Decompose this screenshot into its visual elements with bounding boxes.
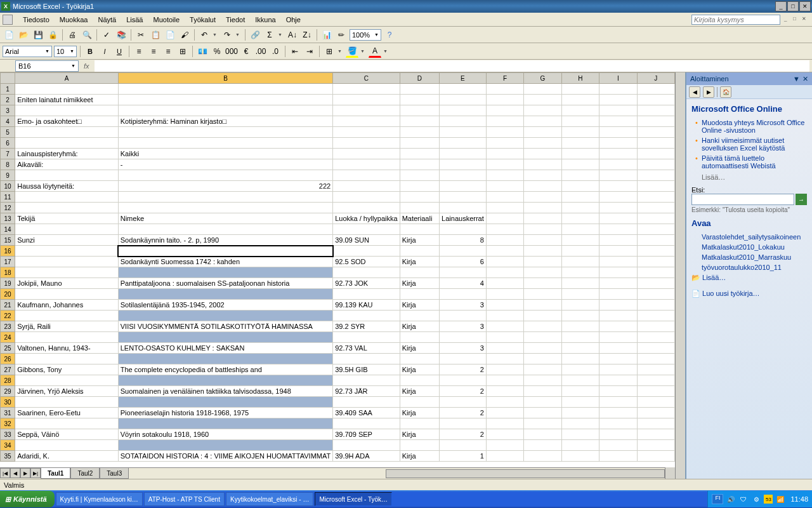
row-header-28[interactable]: 28	[1, 375, 15, 386]
cell-D28[interactable]	[400, 375, 439, 386]
cell-A35[interactable]: Adaridi, K.	[15, 451, 119, 462]
cell-E7[interactable]	[440, 149, 487, 159]
formula-input[interactable]	[95, 60, 809, 72]
cell-E28[interactable]	[440, 375, 487, 386]
increase-decimal-icon[interactable]: .00	[254, 45, 267, 58]
cell-C20[interactable]	[333, 289, 400, 300]
cell-I26[interactable]	[599, 354, 637, 364]
cell-D29[interactable]: Kirja	[400, 386, 439, 397]
cell-J5[interactable]	[637, 127, 674, 138]
cell-B12[interactable]	[118, 203, 332, 213]
cell-C16[interactable]	[333, 246, 400, 257]
cell-J6[interactable]	[637, 138, 674, 149]
menu-työkalut[interactable]: Työkalut	[185, 15, 221, 25]
cell-I20[interactable]	[599, 289, 637, 300]
cell-E10[interactable]	[440, 181, 487, 192]
cell-B21[interactable]: Sotilaslentäjänä 1935-1945, 2002	[118, 300, 332, 311]
cell-A1[interactable]	[15, 84, 119, 95]
cell-F3[interactable]	[486, 105, 523, 116]
cell-H21[interactable]	[561, 300, 599, 311]
cell-B22[interactable]	[118, 311, 332, 321]
menu-ikkuna[interactable]: Ikkuna	[250, 15, 280, 25]
align-left-icon[interactable]: ≡	[133, 45, 145, 58]
start-button[interactable]: ⊞Käynnistä	[0, 491, 55, 507]
cell-J32[interactable]	[637, 418, 674, 429]
cell-E3[interactable]	[440, 105, 487, 116]
cell-E29[interactable]: 2	[440, 386, 487, 397]
cell-E35[interactable]: 1	[440, 451, 487, 462]
cell-D24[interactable]	[400, 332, 439, 343]
cell-H34[interactable]	[561, 440, 599, 451]
paste-icon[interactable]: 📄	[164, 29, 176, 41]
cell-F11[interactable]	[486, 192, 523, 203]
cell-D3[interactable]	[400, 105, 439, 116]
recent-file[interactable]: työvuorotaulukko2010_11	[691, 262, 807, 272]
cell-D30[interactable]	[400, 397, 439, 408]
cell-E6[interactable]	[440, 138, 487, 149]
cell-C28[interactable]	[333, 375, 400, 386]
cell-B26[interactable]	[118, 354, 332, 364]
font-color-icon[interactable]: A	[369, 45, 381, 58]
taskpane-close-icon[interactable]: ✕	[802, 75, 808, 83]
cell-D35[interactable]: Kirja	[400, 451, 439, 462]
cell-H27[interactable]	[561, 364, 599, 375]
cell-A18[interactable]	[15, 267, 119, 278]
cell-H14[interactable]	[561, 224, 599, 235]
cell-D19[interactable]: Kirja	[400, 278, 439, 289]
hyperlink-icon[interactable]: 🔗	[249, 29, 261, 41]
cell-I17[interactable]	[599, 257, 637, 267]
cell-B29[interactable]: Suomalainen ja venäläinen taktiikka talv…	[118, 386, 332, 397]
cell-E17[interactable]: 6	[440, 257, 487, 267]
cell-A28[interactable]	[15, 375, 119, 386]
cell-F9[interactable]	[486, 170, 523, 181]
cell-E5[interactable]	[440, 127, 487, 138]
cell-C6[interactable]	[333, 138, 400, 149]
col-header-F[interactable]: F	[486, 73, 523, 84]
cell-B9[interactable]	[118, 170, 332, 181]
cell-I35[interactable]	[599, 451, 637, 462]
cell-J13[interactable]	[637, 213, 674, 224]
cell-C30[interactable]	[333, 397, 400, 408]
cell-G17[interactable]	[524, 257, 562, 267]
cell-B3[interactable]	[118, 105, 332, 116]
permission-icon[interactable]: 🔒	[46, 29, 59, 41]
cell-B19[interactable]: Panttipataljoona : suomalaisen SS-patalj…	[118, 278, 332, 289]
cell-J11[interactable]	[637, 192, 674, 203]
cell-E34[interactable]	[440, 440, 487, 451]
cell-H13[interactable]	[561, 213, 599, 224]
fill-color-icon[interactable]: 🪣	[346, 45, 358, 58]
row-header-29[interactable]: 29	[1, 386, 15, 397]
row-header-12[interactable]: 12	[1, 203, 15, 213]
cell-H24[interactable]	[561, 332, 599, 343]
menu-lisää[interactable]: Lisää	[121, 15, 148, 25]
spreadsheet-grid[interactable]: ABCDEFGHIJ12Eniten lainatut nimikkeet34E…	[0, 72, 675, 467]
cell-B33[interactable]: Vöyrin sotakoulu 1918, 1960	[118, 429, 332, 440]
cell-E9[interactable]	[440, 170, 487, 181]
cell-G13[interactable]	[524, 213, 562, 224]
cell-I14[interactable]	[599, 224, 637, 235]
cell-B13[interactable]: Nimeke	[118, 213, 332, 224]
cell-G30[interactable]	[524, 397, 562, 408]
cell-F1[interactable]	[486, 84, 523, 95]
cell-H26[interactable]	[561, 354, 599, 364]
row-header-24[interactable]: 24	[1, 332, 15, 343]
cell-C34[interactable]	[333, 440, 400, 451]
cell-C4[interactable]	[333, 116, 400, 127]
cell-F8[interactable]	[486, 159, 523, 170]
cell-J34[interactable]	[637, 440, 674, 451]
decrease-indent-icon[interactable]: ⇤	[289, 45, 301, 58]
cell-F30[interactable]	[486, 397, 523, 408]
doc-icon[interactable]	[3, 15, 13, 25]
cell-J20[interactable]	[637, 289, 674, 300]
col-header-B[interactable]: B	[118, 73, 332, 84]
cell-B35[interactable]: SOTATAIDON HISTORIA : 4 : VIIME AIKOJEN …	[118, 451, 332, 462]
cell-G31[interactable]	[524, 408, 562, 418]
cell-G2[interactable]	[524, 95, 562, 105]
cell-A5[interactable]	[15, 127, 119, 138]
cell-J21[interactable]	[637, 300, 674, 311]
cell-G22[interactable]	[524, 311, 562, 321]
cell-B8[interactable]: -	[118, 159, 332, 170]
cell-A23[interactable]: Syrjä, Raili	[15, 321, 119, 332]
row-header-10[interactable]: 10	[1, 181, 15, 192]
cell-G24[interactable]	[524, 332, 562, 343]
